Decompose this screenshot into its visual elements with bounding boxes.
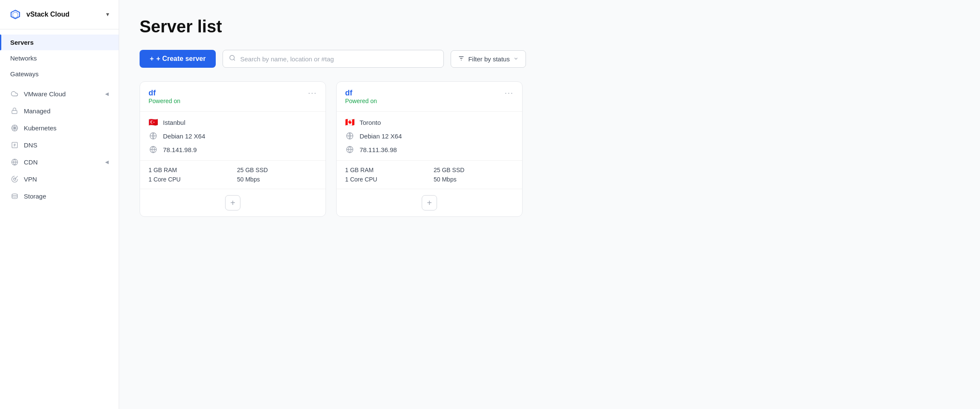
server-status: Powered on — [149, 98, 180, 104]
card-add-button[interactable]: + — [225, 195, 240, 210]
search-wrapper — [223, 50, 444, 68]
server-location: Istanbul — [163, 119, 186, 126]
svg-marker-1 — [13, 12, 18, 18]
sidebar-logo — [9, 8, 22, 21]
server-card: df Powered on ··· 🇹🇷 Istanbul Debian 12 … — [140, 81, 326, 217]
cpu-spec: 1 Core CPU — [345, 176, 425, 183]
ip-icon — [149, 145, 158, 154]
location-row: 🇹🇷 Istanbul — [149, 118, 317, 127]
server-menu-button[interactable]: ··· — [308, 89, 317, 98]
sidebar-item-label: Kubernetes — [24, 124, 109, 132]
card-specs: 1 GB RAM 25 GB SSD 1 Core CPU 50 Mbps — [337, 161, 522, 189]
sidebar-item-networks[interactable]: Networks — [0, 50, 119, 66]
sidebar-item-label: Managed — [24, 107, 109, 115]
main-content: Server list + + Create server Filter by … — [119, 0, 980, 409]
sidebar-item-managed[interactable]: Managed — [0, 102, 119, 119]
ip-icon — [345, 145, 354, 154]
sidebar-item-label: Servers — [10, 39, 109, 46]
search-icon — [229, 55, 236, 63]
plus-icon: + — [150, 55, 154, 63]
sidebar-item-label: DNS — [24, 141, 109, 149]
sidebar-item-vpn[interactable]: VPN — [0, 170, 119, 187]
filter-status-button[interactable]: Filter by status — [451, 50, 526, 68]
ip-row: 78.141.98.9 — [149, 145, 317, 154]
card-add-button[interactable]: + — [422, 195, 437, 210]
location-flag-icon: 🇨🇦 — [345, 118, 354, 127]
dns-icon — [10, 141, 19, 149]
kubernetes-icon — [10, 124, 19, 132]
svg-point-7 — [12, 193, 17, 195]
sidebar-navigation: Servers Networks Gateways VMware Cloud ◀… — [0, 29, 119, 210]
vpn-icon — [10, 175, 19, 183]
sidebar-item-servers[interactable]: Servers — [0, 35, 119, 50]
location-flag-icon: 🇹🇷 — [149, 118, 158, 127]
sidebar-item-kubernetes[interactable]: Kubernetes — [0, 119, 119, 136]
sidebar-item-gateways[interactable]: Gateways — [0, 66, 119, 82]
ram-spec: 1 GB RAM — [345, 167, 425, 173]
sidebar: vStack Cloud ▼ Servers Networks Gateways… — [0, 0, 119, 409]
sidebar-item-cdn[interactable]: CDN ◀ — [0, 153, 119, 170]
storage-spec: 25 GB SSD — [237, 167, 317, 173]
toolbar: + + Create server Filter by status — [140, 50, 960, 68]
chevron-icon: ◀ — [105, 91, 109, 97]
ram-spec: 1 GB RAM — [149, 167, 229, 173]
sidebar-item-label: Gateways — [10, 70, 109, 78]
search-input[interactable] — [240, 55, 437, 63]
bandwidth-spec: 50 Mbps — [237, 176, 317, 183]
svg-rect-2 — [12, 110, 17, 113]
sidebar-item-label: CDN — [24, 158, 100, 166]
sidebar-item-label: VPN — [24, 176, 109, 183]
lock-icon — [10, 107, 19, 115]
filter-label: Filter by status — [468, 55, 510, 63]
sidebar-header: vStack Cloud ▼ — [0, 0, 119, 29]
server-card: df Powered on ··· 🇨🇦 Toronto Debian 12 X… — [336, 81, 523, 217]
server-status: Powered on — [345, 98, 377, 104]
card-header: df Powered on ··· — [337, 82, 522, 112]
sidebar-item-storage[interactable]: Storage — [0, 187, 119, 204]
sidebar-item-label: VMware Cloud — [24, 90, 100, 98]
os-row: Debian 12 X64 — [149, 131, 317, 141]
os-icon — [345, 131, 354, 141]
server-cards-grid: df Powered on ··· 🇹🇷 Istanbul Debian 12 … — [140, 81, 523, 217]
location-row: 🇨🇦 Toronto — [345, 118, 514, 127]
org-name: vStack Cloud — [26, 11, 101, 18]
server-location: Toronto — [360, 119, 381, 126]
chevron-icon: ◀ — [105, 159, 109, 165]
sidebar-item-label: Networks — [10, 55, 109, 62]
filter-icon — [458, 55, 465, 63]
card-details: 🇹🇷 Istanbul Debian 12 X64 78.141.98.9 — [140, 112, 326, 161]
card-header: df Powered on ··· — [140, 82, 326, 112]
server-menu-button[interactable]: ··· — [505, 89, 514, 98]
card-footer: + — [140, 189, 326, 216]
os-icon — [149, 131, 158, 141]
server-os: Debian 12 X64 — [360, 132, 402, 140]
server-ip: 78.111.36.98 — [360, 146, 397, 153]
card-specs: 1 GB RAM 25 GB SSD 1 Core CPU 50 Mbps — [140, 161, 326, 189]
cpu-spec: 1 Core CPU — [149, 176, 229, 183]
svg-marker-0 — [11, 10, 20, 19]
org-dropdown-icon[interactable]: ▼ — [105, 12, 110, 17]
storage-spec: 25 GB SSD — [434, 167, 514, 173]
server-ip: 78.141.98.9 — [163, 146, 197, 153]
storage-icon — [10, 192, 19, 200]
server-name[interactable]: df — [345, 89, 377, 98]
sidebar-item-dns[interactable]: DNS — [0, 136, 119, 153]
filter-chevron-icon — [513, 55, 519, 63]
create-server-label: + Create server — [156, 55, 206, 63]
card-footer: + — [337, 189, 522, 216]
svg-point-8 — [230, 55, 234, 60]
server-os: Debian 12 X64 — [163, 132, 205, 140]
sidebar-item-vmware[interactable]: VMware Cloud ◀ — [0, 85, 119, 102]
sidebar-item-label: Storage — [24, 193, 109, 200]
os-row: Debian 12 X64 — [345, 131, 514, 141]
bandwidth-spec: 50 Mbps — [434, 176, 514, 183]
cloud-icon — [10, 89, 19, 98]
globe-icon — [10, 158, 19, 166]
ip-row: 78.111.36.98 — [345, 145, 514, 154]
page-title: Server list — [140, 17, 960, 36]
server-name[interactable]: df — [149, 89, 180, 98]
card-details: 🇨🇦 Toronto Debian 12 X64 78.111.36.98 — [337, 112, 522, 161]
create-server-button[interactable]: + + Create server — [140, 50, 216, 68]
